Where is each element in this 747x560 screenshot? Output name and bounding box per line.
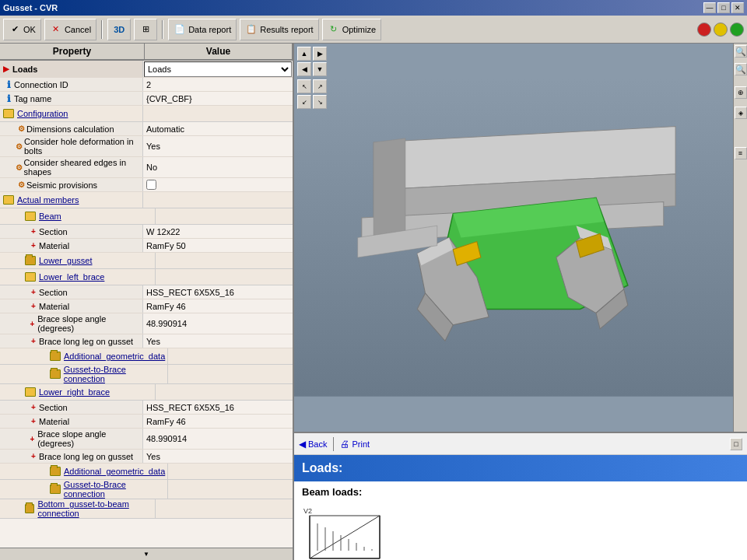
gusset-brace-1-label: Gusset-to-Brace connection (64, 365, 167, 383)
lower-right-brace-content[interactable]: Lower_right_brace (12, 384, 156, 400)
data-report-button[interactable]: 📄 Data report (168, 19, 237, 40)
seismic-name: ⚙ Seismic provisions (0, 178, 143, 191)
beam-section-content[interactable]: Beam (12, 208, 156, 224)
lrb-material-value: RamFy 46 (143, 415, 293, 428)
optimize-button[interactable]: ↻ Optimize (322, 19, 381, 40)
pan-down-button[interactable]: ▼ (313, 62, 327, 76)
gusset-brace-1-section[interactable]: Gusset-to-Brace connection (0, 365, 293, 384)
back-button[interactable]: ◀ Back (299, 439, 327, 450)
zoom-search-icon[interactable]: 🔍 (735, 45, 747, 58)
rotate-ctrl-3[interactable]: ↙ (297, 95, 311, 109)
pan-right-button[interactable]: ▶ (313, 47, 327, 61)
additional-geometric-2-content[interactable]: Additional_geometric_data (25, 464, 168, 479)
pan-left-button[interactable]: ◀ (297, 62, 311, 76)
lower-right-brace-label: Lower_right_brace (39, 387, 110, 397)
perspective-icon[interactable]: ◈ (735, 107, 747, 119)
window-controls[interactable]: — □ ✕ (703, 2, 744, 13)
lower-right-brace-folder-icon (25, 387, 36, 397)
dimensions-calc-row: ⚙ Dimensions calculation Automatic (0, 122, 293, 136)
right-side-icons[interactable]: 🔍 🔍 ⊕ ◈ ≡ (733, 44, 747, 432)
view3d-button[interactable]: 3D (107, 19, 131, 40)
scroll-down-icon: ▼ (143, 551, 149, 558)
configuration-section[interactable]: Configuration (0, 106, 293, 122)
green-button[interactable] (730, 23, 744, 37)
lrb-slope-value: 48.990914 (143, 429, 293, 449)
rotate-ctrl-4[interactable]: ↘ (313, 95, 327, 109)
zoom-in-icon[interactable]: 🔍 (735, 63, 747, 75)
lower-left-brace-folder-icon (25, 272, 36, 282)
gusset-brace-1-content[interactable]: Gusset-to-Brace connection (25, 365, 168, 383)
lrb-material-row: + Material RamFy 46 (0, 415, 293, 429)
lower-right-brace-section[interactable]: Lower_right_brace (0, 384, 293, 401)
gusset-brace-2-section[interactable]: Gusset-to-Brace connection (0, 480, 293, 499)
gusset-brace-2-icon (50, 485, 61, 494)
seismic-row: ⚙ Seismic provisions (0, 178, 293, 192)
table-button[interactable]: ⊞ (134, 19, 157, 40)
lrb-longleg-name: + Brace long leg on gusset (0, 450, 143, 463)
beam-section-value: W 12x22 (143, 225, 293, 238)
gusset-brace-2-content[interactable]: Gusset-to-Brace connection (25, 480, 168, 499)
viewport-3d: ▲ ▶ ◀ ▼ ↖ ↗ ↙ ↘ (294, 44, 747, 432)
right-panel: ▲ ▶ ◀ ▼ ↖ ↗ ↙ ↘ (294, 44, 747, 560)
lower-gusset-folder-icon (25, 256, 36, 265)
loads-banner: Loads: (294, 455, 747, 481)
lrb-slope-icon: + (27, 433, 37, 444)
results-icon: 📋 (245, 23, 258, 36)
rotate-ctrl-1[interactable]: ↖ (297, 79, 311, 93)
print-button[interactable]: 🖨 Print (340, 439, 370, 450)
separator-1 (101, 20, 103, 39)
additional-geometric-2-section[interactable]: Additional_geometric_data (0, 464, 293, 480)
actual-members-section[interactable]: Actual members (0, 192, 293, 208)
lower-left-brace-content[interactable]: Lower_left_brace (12, 269, 156, 285)
llb-material-name: + Material (0, 299, 143, 313)
property-header: Property Value (0, 44, 293, 61)
scroll-down-button[interactable]: ▼ (0, 548, 293, 560)
maximize-button[interactable]: □ (717, 2, 730, 13)
tag-name-row: ℹ Tag name {CVR_CBF} (0, 92, 293, 106)
additional-geometric-1-content[interactable]: Additional_geometric_data (25, 348, 168, 364)
cancel-icon: ✕ (50, 23, 62, 36)
yellow-button[interactable] (714, 23, 728, 37)
sheared-edges-name: ⚙ Consider sheared edges in shapes (0, 157, 143, 177)
load-diagram-svg: V2 (302, 504, 395, 560)
viewport-controls[interactable]: ▲ ▶ ◀ ▼ ↖ ↗ ↙ ↘ (297, 47, 327, 109)
tag-name-property: ℹ Tag name (0, 92, 143, 105)
seismic-value[interactable] (143, 178, 293, 191)
ok-button[interactable]: ✔ OK (3, 19, 41, 40)
loads-select[interactable]: Loads Load Case 1 Load Case 2 (144, 61, 292, 77)
3d-scene (294, 44, 747, 432)
close-button[interactable]: ✕ (731, 2, 744, 13)
dimensions-calc-name: ⚙ Dimensions calculation (0, 122, 143, 135)
fit-view-icon[interactable]: ⊕ (735, 86, 747, 99)
hole-deformation-name: ⚙ Consider hole deformation in bolts (0, 136, 143, 156)
lrb-section-icon: + (28, 402, 39, 413)
cancel-button[interactable]: ✕ Cancel (44, 19, 96, 40)
seismic-checkbox[interactable] (146, 180, 156, 190)
lower-left-brace-label: Lower_left_brace (39, 272, 104, 282)
lower-gusset-section[interactable]: Lower_gusset (0, 253, 293, 269)
beam-material-value: RamFy 50 (143, 239, 293, 252)
rotate-ctrl-2[interactable]: ↗ (313, 79, 327, 93)
title-bar: Gusset - CVR — □ ✕ (0, 0, 747, 16)
settings-icon[interactable]: ≡ (735, 147, 747, 159)
connection-id-row: ℹ Connection ID 2 (0, 78, 293, 92)
main-content: Property Value ▶ Loads Loads Load Case 1… (0, 44, 747, 560)
pan-up-button[interactable]: ▲ (297, 47, 311, 61)
lower-left-brace-section[interactable]: Lower_left_brace (0, 269, 293, 285)
lrb-material-icon: + (28, 416, 39, 427)
maximize-panel-button[interactable]: □ (730, 438, 742, 450)
additional-geometric-1-section[interactable]: Additional_geometric_data (0, 348, 293, 365)
red-button[interactable] (697, 23, 711, 37)
configuration-section-content[interactable]: Configuration (0, 106, 143, 121)
bottom-gusset-beam-section[interactable]: Bottom_gusset-to-beam connection (0, 499, 293, 519)
actual-members-content[interactable]: Actual members (0, 192, 143, 208)
beam-section-icon: + (28, 226, 39, 237)
loads-value[interactable]: Loads Load Case 1 Load Case 2 (143, 61, 293, 77)
table-icon: ⊞ (139, 23, 152, 36)
results-report-button[interactable]: 📋 Results report (240, 19, 318, 40)
value-column-header: Value (145, 44, 293, 59)
beam-section-header[interactable]: Beam (0, 208, 293, 225)
minimize-button[interactable]: — (703, 2, 716, 13)
bottom-gusset-beam-content[interactable]: Bottom_gusset-to-beam connection (12, 499, 156, 518)
lower-gusset-content[interactable]: Lower_gusset (12, 253, 156, 268)
